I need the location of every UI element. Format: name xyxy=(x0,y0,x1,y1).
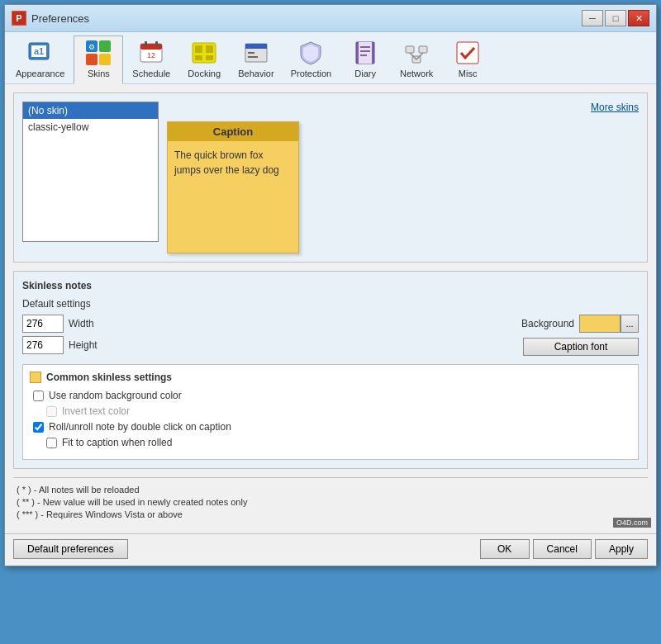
svg-rect-6 xyxy=(99,40,111,52)
svg-text:12: 12 xyxy=(147,51,155,59)
default-preferences-button[interactable]: Default preferences xyxy=(13,539,128,559)
window-title: Preferences xyxy=(31,12,89,25)
svg-rect-17 xyxy=(206,45,213,53)
maximize-button[interactable]: □ xyxy=(605,10,626,26)
tab-protection-label: Protection xyxy=(291,69,332,78)
skin-item-classic-yellow[interactable]: classic-yellow xyxy=(23,119,158,135)
svg-rect-11 xyxy=(140,44,162,50)
tab-network-label: Network xyxy=(400,69,433,78)
background-browse-button[interactable]: ... xyxy=(621,315,639,333)
svg-rect-8 xyxy=(99,54,111,65)
size-settings: Width Height xyxy=(22,315,97,358)
footer-note-1: ( * ) - All notes will be reloaded xyxy=(17,485,644,495)
skins-section: (No skin) classic-yellow More skins Capt… xyxy=(13,92,648,263)
bottom-bar: Default preferences OK Cancel Apply xyxy=(5,533,656,566)
main-content: (No skin) classic-yellow More skins Capt… xyxy=(5,84,656,533)
tab-behavior[interactable]: Behavior xyxy=(231,36,281,83)
footer-note-3: ( *** ) - Requires Windows Vista or abov… xyxy=(17,509,644,519)
title-bar: P Preferences ─ □ ✕ xyxy=(5,5,656,32)
svg-rect-12 xyxy=(145,41,147,46)
apply-button[interactable]: Apply xyxy=(595,539,648,559)
checkbox-invert-text-label: Invert text color xyxy=(62,405,130,417)
svg-rect-34 xyxy=(457,42,478,64)
svg-rect-21 xyxy=(245,44,267,49)
caption-font-button[interactable]: Caption font xyxy=(523,338,639,356)
checkbox-fit-caption-row: Fit to caption when rolled xyxy=(46,437,631,448)
width-input[interactable] xyxy=(22,315,64,333)
svg-text:a1: a1 xyxy=(34,46,44,56)
footer-note-2: ( ** ) - New value will be used in newly… xyxy=(17,497,644,507)
checkbox-roll-unroll-row: Roll/unroll note by double click on capt… xyxy=(33,421,631,433)
skins-icon: ⚙ xyxy=(85,40,112,66)
svg-rect-16 xyxy=(195,45,202,53)
svg-rect-23 xyxy=(248,56,258,58)
skin-preview: More skins Caption The quick brown fox j… xyxy=(167,102,639,253)
window-controls: ─ □ ✕ xyxy=(582,10,649,26)
tab-docking-label: Docking xyxy=(188,69,221,78)
svg-rect-25 xyxy=(359,42,372,64)
width-label: Width xyxy=(69,318,94,329)
height-label: Height xyxy=(69,339,97,351)
checkbox-fit-caption-label: Fit to caption when rolled xyxy=(62,437,172,448)
skin-item-no-skin[interactable]: (No skin) xyxy=(23,102,158,119)
toolbar: a1 Appearance ⚙ Skins xyxy=(5,32,656,84)
svg-rect-19 xyxy=(206,55,213,60)
skin-preview-note: Caption The quick brown fox jumps over t… xyxy=(167,121,299,253)
tab-skins[interactable]: ⚙ Skins xyxy=(74,36,123,84)
diary-icon xyxy=(352,40,378,66)
checkbox-random-bg-label: Use random background color xyxy=(49,390,182,401)
appearance-icon: a1 xyxy=(27,40,54,66)
tab-misc[interactable]: Misc xyxy=(443,36,492,83)
svg-rect-13 xyxy=(155,41,158,46)
svg-text:P: P xyxy=(16,13,21,23)
skins-list[interactable]: (No skin) classic-yellow xyxy=(22,102,159,242)
behavior-icon xyxy=(243,40,269,66)
tab-diary[interactable]: Diary xyxy=(340,36,390,83)
tab-network[interactable]: Network xyxy=(392,36,441,83)
bg-settings: Background ... Caption font xyxy=(114,315,639,356)
background-label: Background xyxy=(521,318,574,329)
checkbox-roll-unroll[interactable] xyxy=(33,422,44,433)
svg-rect-18 xyxy=(195,55,202,60)
common-settings-header: Common skinless settings xyxy=(30,372,631,383)
checkbox-invert-text-row: Invert text color xyxy=(46,405,631,417)
tab-docking[interactable]: Docking xyxy=(179,36,229,83)
footer-notes: ( * ) - All notes will be reloaded ( ** … xyxy=(13,477,648,525)
network-icon xyxy=(403,40,430,66)
tab-protection[interactable]: Protection xyxy=(283,36,340,83)
height-input[interactable] xyxy=(22,336,64,354)
ok-button[interactable]: OK xyxy=(480,539,530,559)
tab-skins-label: Skins xyxy=(88,69,110,78)
cancel-button[interactable]: Cancel xyxy=(533,539,592,559)
svg-rect-26 xyxy=(360,46,370,48)
schedule-icon: 12 xyxy=(138,40,164,66)
tab-misc-label: Misc xyxy=(459,69,478,78)
tab-behavior-label: Behavior xyxy=(238,69,273,78)
tab-diary-label: Diary xyxy=(354,69,376,78)
height-row: Height xyxy=(22,336,97,354)
close-button[interactable]: ✕ xyxy=(628,10,649,26)
svg-text:⚙: ⚙ xyxy=(88,43,95,51)
width-row: Width xyxy=(22,315,97,333)
background-color-swatch[interactable] xyxy=(579,315,621,333)
checkbox-random-bg[interactable] xyxy=(33,391,44,401)
minimize-button[interactable]: ─ xyxy=(582,10,603,26)
svg-rect-27 xyxy=(360,50,370,52)
svg-rect-29 xyxy=(406,46,414,53)
tab-appearance[interactable]: a1 Appearance xyxy=(8,36,72,83)
note-caption: Caption xyxy=(168,122,298,141)
common-settings-box: Common skinless settings Use random back… xyxy=(22,364,639,460)
action-buttons: OK Cancel Apply xyxy=(480,539,648,559)
more-skins-link[interactable]: More skins xyxy=(591,102,639,113)
tab-schedule[interactable]: 12 Schedule xyxy=(125,36,178,83)
background-row: Background ... xyxy=(521,315,639,333)
docking-icon xyxy=(191,40,217,66)
common-settings-icon xyxy=(30,372,41,383)
checkbox-fit-caption[interactable] xyxy=(46,438,57,448)
svg-rect-30 xyxy=(419,46,427,53)
protection-icon xyxy=(297,40,324,66)
title-bar-left: P Preferences xyxy=(12,11,89,26)
svg-rect-7 xyxy=(86,54,97,65)
checkbox-invert-text[interactable] xyxy=(46,406,57,417)
misc-icon xyxy=(454,40,481,66)
